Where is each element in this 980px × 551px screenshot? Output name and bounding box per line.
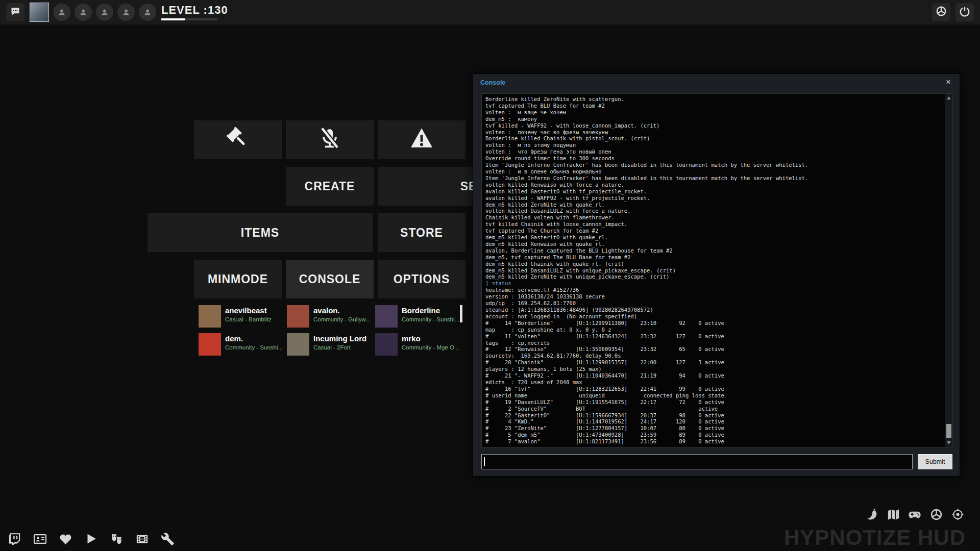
friend-item[interactable]: Incuming Lord Casual - 2Fort xyxy=(287,333,372,358)
bottom-toolbar xyxy=(6,531,176,547)
console-line: Item 'Jungle Inferno ConTracker' has bee… xyxy=(485,162,942,168)
console-line: # 12 "Renwaiso" [U:1:350609354] 23:32 65… xyxy=(485,346,942,353)
console-line: # userid name uniqueid connected ping lo… xyxy=(485,392,942,399)
minmode-button[interactable]: MINMODE xyxy=(194,260,282,298)
hud-credit-icons xyxy=(865,507,965,521)
scrollbar-thumb[interactable] xyxy=(946,424,951,438)
level-progress-track xyxy=(161,18,217,20)
friend-name: dem. xyxy=(225,334,283,343)
party-slot-avatar-icon[interactable] xyxy=(53,4,70,21)
scroll-up-icon[interactable] xyxy=(947,96,951,99)
heart-icon[interactable] xyxy=(57,531,74,547)
party-slots xyxy=(53,4,156,21)
close-icon[interactable]: × xyxy=(943,77,953,87)
console-line: Borderline killed ZeroNite with scatterg… xyxy=(485,96,942,103)
friends-scrollbar[interactable] xyxy=(460,305,462,322)
report-button[interactable] xyxy=(378,120,465,159)
friend-item[interactable]: anevilbeast Casual - Barnblitz xyxy=(199,305,283,330)
console-line: dem_m5 killed DasaniLULZ with unique_pic… xyxy=(485,267,942,274)
console-window: Console × Borderline killed ZeroNite wit… xyxy=(473,73,960,477)
console-line: # 7 "avalon" [U:1:821173491] 23:56 89 0 … xyxy=(485,438,942,445)
console-line: dem_m5 killed Chainik with quake_rl. (cr… xyxy=(485,261,942,267)
console-window-title: Console xyxy=(480,79,505,86)
friend-avatar xyxy=(375,333,398,356)
ban-tools-button[interactable] xyxy=(194,120,282,159)
console-line: Override round timer time to 300 seconds xyxy=(485,155,942,162)
console-line: # 19 "DasaniLULZ" [U:1:1915541675] 22:17… xyxy=(485,399,942,406)
friend-name: anevilbeast xyxy=(225,306,272,315)
friend-status: Community - Gullyw... xyxy=(313,316,371,322)
film-icon[interactable] xyxy=(134,531,150,547)
tf2-logo-button[interactable] xyxy=(932,3,950,21)
items-button[interactable]: ITEMS xyxy=(148,213,373,252)
chat-button[interactable] xyxy=(6,3,24,21)
console-line: dem_m5 killed Renwaiso with quake_rl. xyxy=(485,241,942,247)
console-line: account : not logged in (No account spec… xyxy=(485,313,942,320)
friend-avatar xyxy=(199,333,221,356)
console-line: tvf captured The Church for team #2 xyxy=(485,228,942,234)
party-slot-avatar-icon[interactable] xyxy=(139,4,156,21)
friend-status: Community - Sunshi... xyxy=(402,316,459,322)
tf2-logo-icon xyxy=(929,507,943,521)
console-line: dem_m5 killed ZeroNite with unique_picka… xyxy=(485,273,942,280)
console-line: volten : м ваще че хочем xyxy=(485,109,942,116)
wrench-icon[interactable] xyxy=(159,531,176,547)
friend-item[interactable]: mrko Community - Mge O... xyxy=(375,333,460,358)
console-line: dem_m5 : камону xyxy=(485,116,942,122)
party-slot-avatar-icon[interactable] xyxy=(75,4,92,21)
console-scrollbar[interactable] xyxy=(945,94,952,447)
play-icon[interactable] xyxy=(83,531,99,547)
friend-item[interactable]: dem. Community - Sunshi... xyxy=(199,333,283,358)
quit-button[interactable] xyxy=(955,3,974,21)
masks-icon[interactable] xyxy=(108,531,125,547)
friend-name: avalon. xyxy=(313,306,371,315)
console-line: avalon, Borderline captured the BLU Ligh… xyxy=(485,247,942,254)
friend-item[interactable]: avalon. Community - Gullyw... xyxy=(287,305,372,330)
console-line: ] status xyxy=(485,280,942,287)
console-line: tvf killed - WAFF92 - with loose_cannon_… xyxy=(485,122,942,129)
power-icon xyxy=(959,6,970,19)
console-button[interactable]: CONSOLE xyxy=(286,260,374,298)
console-output: Borderline killed ZeroNite with scatterg… xyxy=(485,96,942,445)
friend-avatar xyxy=(199,305,221,328)
friend-avatar xyxy=(287,333,309,356)
console-line: hostname: serveme.tf #1527736 xyxy=(485,287,942,293)
tf2-logo-icon xyxy=(936,6,947,19)
console-line: tvf captured The BLU Base for team #2 xyxy=(485,103,942,109)
console-line: players : 12 humans, 1 bots (25 max) xyxy=(485,366,942,372)
party-slot-avatar-icon[interactable] xyxy=(96,4,113,21)
level-display: LEVEL :130 xyxy=(161,4,228,20)
console-line: Item 'Jungle Inferno ConTracker' has bee… xyxy=(485,175,942,182)
mute-button[interactable] xyxy=(286,120,374,159)
console-line: sourcetv: 169.254.62.81:7760, delay 90.0… xyxy=(485,353,942,359)
console-line: avalon killed GasteritO with tf_projecti… xyxy=(485,188,942,195)
tf2-main-menu-screen: LEVEL :130 xyxy=(0,0,980,551)
console-line: tvf killed Chainik with loose_cannon_imp… xyxy=(485,221,942,228)
store-button[interactable]: STORE xyxy=(378,213,465,252)
console-line: edicts : 720 used of 2048 max xyxy=(485,379,942,386)
loadout-card-icon[interactable] xyxy=(32,531,48,547)
warning-icon xyxy=(409,126,434,154)
player-avatar[interactable] xyxy=(30,3,49,22)
scroll-down-icon[interactable] xyxy=(947,441,951,444)
console-line: volten : почему час во фрезы зачекуны xyxy=(485,129,942,136)
gavel-icon xyxy=(226,126,250,154)
console-line: dem_m5 killed GasteritO with quake_rl. xyxy=(485,234,942,241)
options-button[interactable]: OPTIONS xyxy=(378,260,465,298)
friend-avatar xyxy=(375,305,398,328)
console-line: volten : м по этому подумал xyxy=(485,142,942,148)
console-line: # 16 "tvf" [U:1:1283212653] 22:41 99 0 a… xyxy=(485,386,942,392)
party-slot-avatar-icon[interactable] xyxy=(117,4,135,21)
twitch-icon[interactable] xyxy=(6,531,22,547)
submit-button[interactable]: Submit xyxy=(918,454,952,469)
console-line: volten : что фрезы гена это новый опен xyxy=(485,148,942,155)
friend-name: Borderline xyxy=(402,306,459,315)
friend-item[interactable]: Borderline Community - Sunshi... xyxy=(375,305,460,330)
console-line: tags : cp,nocrits xyxy=(485,340,942,346)
create-server-button[interactable]: CREATE xyxy=(286,167,374,206)
level-label: LEVEL :130 xyxy=(161,4,228,17)
text-caret xyxy=(484,457,485,466)
console-input[interactable] xyxy=(481,454,913,469)
console-line: volten killed Renwaiso with force_a_natu… xyxy=(485,182,942,188)
chat-bubble-icon xyxy=(10,6,20,18)
